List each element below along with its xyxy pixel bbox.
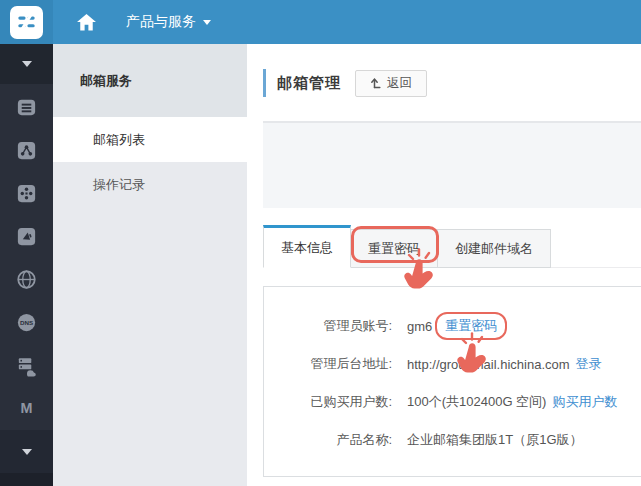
tab-create-mail-domain[interactable]: 创建邮件域名 (437, 229, 551, 268)
info-row-admin-account: 管理员账号: gm6 重置密码 (264, 307, 641, 345)
info-label: 已购买用户数: (264, 393, 392, 411)
sidebar-item-mailbox-list[interactable]: 邮箱列表 (53, 117, 247, 162)
info-value: 100个(共102400G 空间) (407, 393, 546, 411)
tab-label: 重置密码 (368, 240, 420, 258)
info-label: 管理员账号: (264, 317, 392, 335)
title-accent-bar (263, 69, 266, 97)
share-nodes-icon (15, 139, 38, 162)
sidebar: 邮箱服务 邮箱列表 操作记录 (53, 44, 247, 486)
title-row: 邮箱管理 返回 (263, 68, 427, 98)
back-button-label: 返回 (387, 75, 412, 92)
rail-item-server[interactable] (0, 344, 53, 387)
info-label: 管理后台地址: (264, 355, 392, 373)
chevron-down-icon (22, 449, 32, 455)
rail-item-dns[interactable]: DNS (0, 301, 53, 344)
sidebar-item-label: 邮箱列表 (93, 131, 145, 149)
info-value: gm6 (407, 319, 432, 334)
list-icon (15, 96, 38, 119)
toolbar-panel (263, 121, 641, 208)
megaphone-icon (15, 225, 38, 248)
brand-logo[interactable] (10, 6, 43, 39)
rail-more-toggle[interactable] (0, 430, 53, 473)
icon-rail: DNS M (0, 44, 53, 486)
info-row-admin-url: 管理后台地址: http://groupmail.hichina.com 登录 (264, 345, 641, 383)
svg-text:M: M (21, 400, 33, 416)
rail-item-cdn[interactable] (0, 172, 53, 215)
sidebar-item-label: 操作记录 (93, 176, 145, 194)
annotation-ring-reset-password-link: 重置密码 (435, 312, 507, 340)
products-services-menu[interactable]: 产品与服务 (126, 13, 211, 31)
app-window: 产品与服务 (0, 0, 641, 486)
back-button[interactable]: 返回 (355, 70, 427, 97)
info-value: http://groupmail.hichina.com (407, 357, 570, 372)
info-value: 企业邮箱集团版1T（原1G版） (407, 431, 583, 449)
tab-bar: 基本信息 重置密码 创建邮件域名 (263, 225, 551, 268)
products-services-label: 产品与服务 (126, 13, 196, 31)
info-row-product-name: 产品名称: 企业邮箱集团版1T（原1G版） (264, 421, 641, 459)
rail-item-share[interactable] (0, 129, 53, 172)
home-button[interactable] (77, 14, 96, 31)
caret-down-icon (203, 20, 211, 25)
tab-reset-password[interactable]: 重置密码 (350, 229, 438, 268)
cloud-logo-icon (16, 12, 37, 32)
login-link[interactable]: 登录 (576, 355, 602, 373)
reset-password-link[interactable]: 重置密码 (445, 317, 497, 335)
tab-label: 创建邮件域名 (455, 240, 533, 258)
info-row-purchased-users: 已购买用户数: 100个(共102400G 空间) 购买用户数 (264, 383, 641, 421)
sidebar-item-operation-log[interactable]: 操作记录 (53, 162, 247, 207)
buy-users-link[interactable]: 购买用户数 (552, 393, 617, 411)
page-title: 邮箱管理 (277, 74, 341, 93)
brand-logo-cell (0, 0, 53, 44)
chevron-down-icon (22, 61, 32, 67)
tab-label: 基本信息 (281, 239, 333, 257)
svg-text:DNS: DNS (20, 319, 33, 326)
info-label: 产品名称: (264, 431, 392, 449)
globe-icon (15, 268, 38, 291)
cdn-icon (15, 182, 38, 205)
dns-icon: DNS (15, 311, 38, 334)
rail-item-announce[interactable] (0, 215, 53, 258)
topbar: 产品与服务 (0, 0, 641, 44)
m-logo-icon: M (15, 397, 38, 420)
rail-items: DNS M (0, 84, 53, 430)
server-stack-icon (15, 354, 38, 377)
rail-item-m-product[interactable]: M (0, 387, 53, 430)
home-icon (77, 14, 96, 31)
rail-item-console-list[interactable] (0, 86, 53, 129)
rail-collapse-toggle[interactable] (0, 44, 53, 84)
rail-item-domains[interactable] (0, 258, 53, 301)
sidebar-title: 邮箱服务 (53, 44, 247, 117)
return-arrow-icon (370, 77, 382, 89)
rail-footer (0, 473, 53, 486)
tab-basic-info[interactable]: 基本信息 (263, 225, 351, 268)
info-panel: 管理员账号: gm6 重置密码 管理后台地址: http://groupmail… (263, 286, 641, 477)
main-content: 邮箱管理 返回 基本信息 重置密码 创建邮件域名 (247, 44, 641, 486)
